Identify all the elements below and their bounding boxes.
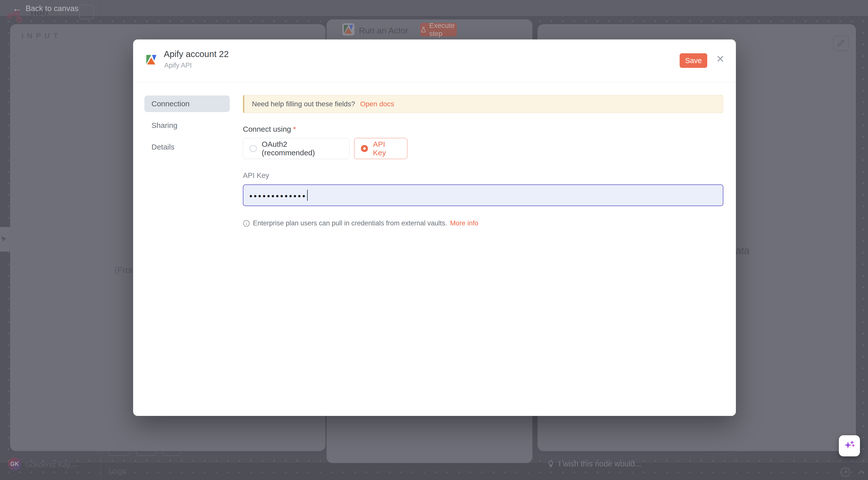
add-workflow-button[interactable]: + bbox=[79, 5, 94, 19]
edit-output-button[interactable] bbox=[833, 35, 849, 51]
modal-subtitle: Apify API bbox=[164, 62, 192, 69]
mouse-pointer-icon bbox=[0, 235, 9, 244]
pencil-icon bbox=[837, 39, 845, 47]
tab-details[interactable]: Details bbox=[145, 139, 230, 155]
required-asterisk: * bbox=[293, 125, 296, 133]
node-feedback-prompt[interactable]: I wish this node would... bbox=[547, 459, 641, 469]
modal-content: Need help filling out these fields? Open… bbox=[243, 39, 723, 416]
connect-using-label: Connect using* bbox=[243, 125, 296, 133]
user-menu-ellipsis[interactable]: ... bbox=[72, 459, 79, 468]
logs-title: Logs bbox=[108, 467, 127, 476]
info-icon bbox=[243, 220, 250, 227]
avatar[interactable]: GK bbox=[8, 457, 21, 471]
apify-node-icon bbox=[342, 23, 354, 35]
open-docs-link[interactable]: Open docs bbox=[360, 100, 394, 108]
docs-banner: Need help filling out these fields? Open… bbox=[243, 95, 723, 113]
radio-api-key-label: API Key bbox=[373, 140, 399, 157]
modal-side-tabs: Connection Sharing Details bbox=[145, 95, 230, 160]
sparkles-icon bbox=[844, 440, 855, 452]
radio-oauth2[interactable]: OAuth2 (recommended) bbox=[243, 138, 350, 159]
modal-title: Apify account 22 bbox=[164, 49, 229, 59]
output-text-fragment: ata bbox=[736, 245, 750, 256]
topbar-divider bbox=[100, 0, 101, 16]
open-external-button[interactable] bbox=[840, 467, 851, 478]
credential-modal: Apify account 22 Apify API Save × Connec… bbox=[133, 39, 736, 416]
text-caret bbox=[307, 190, 308, 201]
more-info-link[interactable]: More info bbox=[450, 219, 478, 227]
arrow-left-icon: ← bbox=[12, 4, 22, 13]
radio-off-icon bbox=[250, 145, 257, 152]
api-key-masked-value: ••••••••••••• bbox=[249, 190, 307, 200]
connect-method-options: OAuth2 (recommended) API Key bbox=[243, 138, 407, 159]
execute-step-button[interactable]: Execute step bbox=[420, 23, 457, 36]
flask-icon bbox=[420, 26, 427, 33]
api-key-label: API Key bbox=[243, 171, 269, 180]
vault-footnote-text: Enterprise plan users can pull in creden… bbox=[253, 219, 447, 227]
radio-oauth2-label: OAuth2 (recommended) bbox=[262, 140, 341, 157]
logs-divider bbox=[100, 451, 101, 480]
ai-assistant-button[interactable] bbox=[839, 435, 860, 456]
radio-api-key[interactable]: API Key bbox=[354, 138, 407, 159]
screen: n8n + INPUT (From Run an Actor bbox=[0, 0, 868, 480]
user-name: Gökdeniz Kay... bbox=[25, 461, 76, 469]
api-key-input[interactable]: ••••••••••••• bbox=[243, 184, 723, 206]
lightbulb-icon bbox=[547, 460, 555, 468]
execute-step-label: Execute step bbox=[429, 22, 457, 38]
tab-sharing[interactable]: Sharing bbox=[145, 117, 230, 134]
node-panel-header: Run an Actor Execute step bbox=[327, 20, 532, 40]
docs-banner-text: Need help filling out these fields? bbox=[252, 100, 355, 108]
collapse-panel-button[interactable] bbox=[856, 467, 866, 477]
vault-footnote: Enterprise plan users can pull in creden… bbox=[243, 219, 478, 227]
canvas-bottom-strip bbox=[0, 463, 868, 480]
back-to-canvas-label: Back to canvas bbox=[26, 4, 79, 13]
top-bar bbox=[0, 0, 868, 16]
node-title: Run an Actor bbox=[359, 26, 408, 35]
apify-logo-icon bbox=[145, 53, 158, 66]
input-panel-title: INPUT bbox=[21, 31, 62, 40]
radio-on-icon bbox=[361, 145, 368, 152]
node-feedback-placeholder: I wish this node would... bbox=[559, 459, 641, 469]
tab-connection[interactable]: Connection bbox=[145, 95, 230, 112]
back-to-canvas-button[interactable]: ← Back to canvas bbox=[12, 4, 79, 13]
